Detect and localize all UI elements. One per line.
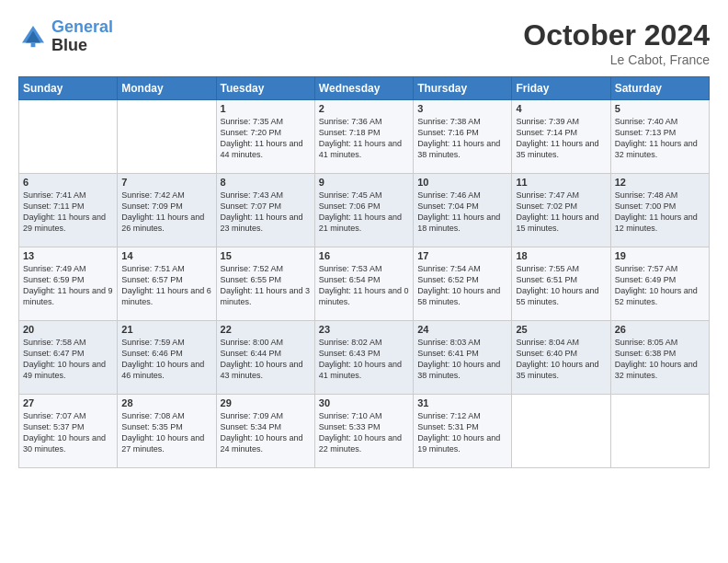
logo-text: General Blue xyxy=(51,18,113,55)
day-info: Sunrise: 7:35 AM Sunset: 7:20 PM Dayligh… xyxy=(221,116,311,161)
calendar-cell: 31Sunrise: 7:12 AM Sunset: 5:31 PM Dayli… xyxy=(414,395,512,468)
day-info: Sunrise: 7:09 AM Sunset: 5:34 PM Dayligh… xyxy=(221,410,311,455)
day-info: Sunrise: 7:10 AM Sunset: 5:33 PM Dayligh… xyxy=(319,410,409,455)
calendar-cell: 28Sunrise: 7:08 AM Sunset: 5:35 PM Dayli… xyxy=(118,395,216,468)
day-number: 26 xyxy=(615,324,705,335)
calendar-cell xyxy=(19,100,118,174)
day-number: 5 xyxy=(615,103,705,114)
weekday-header: Saturday xyxy=(610,77,709,100)
day-number: 29 xyxy=(221,397,311,408)
calendar-cell: 5Sunrise: 7:40 AM Sunset: 7:13 PM Daylig… xyxy=(610,100,709,174)
calendar-cell: 29Sunrise: 7:09 AM Sunset: 5:34 PM Dayli… xyxy=(216,395,314,468)
calendar-cell: 12Sunrise: 7:48 AM Sunset: 7:00 PM Dayli… xyxy=(610,174,709,247)
day-number: 22 xyxy=(221,324,311,335)
header: General Blue October 2024 Le Cabot, Fran… xyxy=(18,18,710,67)
day-number: 27 xyxy=(23,397,113,408)
day-info: Sunrise: 7:48 AM Sunset: 7:00 PM Dayligh… xyxy=(615,190,705,235)
calendar-cell: 20Sunrise: 7:58 AM Sunset: 6:47 PM Dayli… xyxy=(19,321,118,395)
day-info: Sunrise: 8:02 AM Sunset: 6:43 PM Dayligh… xyxy=(319,337,409,382)
day-number: 19 xyxy=(615,250,705,261)
calendar-week-row: 27Sunrise: 7:07 AM Sunset: 5:37 PM Dayli… xyxy=(19,395,710,468)
calendar-cell: 16Sunrise: 7:53 AM Sunset: 6:54 PM Dayli… xyxy=(314,247,413,321)
day-number: 18 xyxy=(516,250,606,261)
calendar-cell xyxy=(512,395,610,468)
day-number: 20 xyxy=(23,324,113,335)
day-number: 1 xyxy=(221,103,311,114)
day-info: Sunrise: 8:00 AM Sunset: 6:44 PM Dayligh… xyxy=(221,337,311,382)
day-info: Sunrise: 7:07 AM Sunset: 5:37 PM Dayligh… xyxy=(23,410,113,455)
calendar-cell: 15Sunrise: 7:52 AM Sunset: 6:55 PM Dayli… xyxy=(216,247,314,321)
weekday-header: Thursday xyxy=(414,77,512,100)
day-info: Sunrise: 7:41 AM Sunset: 7:11 PM Dayligh… xyxy=(23,190,113,235)
day-info: Sunrise: 7:49 AM Sunset: 6:59 PM Dayligh… xyxy=(23,263,113,308)
calendar-week-row: 6Sunrise: 7:41 AM Sunset: 7:11 PM Daylig… xyxy=(19,174,710,247)
calendar-cell: 30Sunrise: 7:10 AM Sunset: 5:33 PM Dayli… xyxy=(314,395,413,468)
location: Le Cabot, France xyxy=(523,52,710,67)
day-info: Sunrise: 7:55 AM Sunset: 6:51 PM Dayligh… xyxy=(516,263,606,308)
day-number: 24 xyxy=(417,324,507,335)
calendar-cell: 11Sunrise: 7:47 AM Sunset: 7:02 PM Dayli… xyxy=(512,174,610,247)
day-number: 12 xyxy=(615,177,705,188)
calendar-cell: 10Sunrise: 7:46 AM Sunset: 7:04 PM Dayli… xyxy=(414,174,512,247)
calendar-cell: 14Sunrise: 7:51 AM Sunset: 6:57 PM Dayli… xyxy=(118,247,216,321)
calendar-cell: 9Sunrise: 7:45 AM Sunset: 7:06 PM Daylig… xyxy=(314,174,413,247)
calendar: SundayMondayTuesdayWednesdayThursdayFrid… xyxy=(18,76,710,468)
calendar-cell: 22Sunrise: 8:00 AM Sunset: 6:44 PM Dayli… xyxy=(216,321,314,395)
day-number: 16 xyxy=(319,250,409,261)
day-info: Sunrise: 7:46 AM Sunset: 7:04 PM Dayligh… xyxy=(417,190,507,235)
day-info: Sunrise: 7:39 AM Sunset: 7:14 PM Dayligh… xyxy=(516,116,606,161)
day-info: Sunrise: 7:08 AM Sunset: 5:35 PM Dayligh… xyxy=(121,410,211,455)
calendar-week-row: 20Sunrise: 7:58 AM Sunset: 6:47 PM Dayli… xyxy=(19,321,710,395)
calendar-cell: 24Sunrise: 8:03 AM Sunset: 6:41 PM Dayli… xyxy=(414,321,512,395)
month-title: October 2024 xyxy=(523,18,710,52)
day-info: Sunrise: 8:05 AM Sunset: 6:38 PM Dayligh… xyxy=(615,337,705,382)
calendar-cell: 19Sunrise: 7:57 AM Sunset: 6:49 PM Dayli… xyxy=(610,247,709,321)
calendar-cell: 8Sunrise: 7:43 AM Sunset: 7:07 PM Daylig… xyxy=(216,174,314,247)
day-info: Sunrise: 7:38 AM Sunset: 7:16 PM Dayligh… xyxy=(417,116,507,161)
day-info: Sunrise: 7:57 AM Sunset: 6:49 PM Dayligh… xyxy=(615,263,705,308)
day-number: 7 xyxy=(121,177,211,188)
day-info: Sunrise: 8:04 AM Sunset: 6:40 PM Dayligh… xyxy=(516,337,606,382)
calendar-cell: 21Sunrise: 7:59 AM Sunset: 6:46 PM Dayli… xyxy=(118,321,216,395)
logo-icon xyxy=(18,22,48,52)
day-info: Sunrise: 7:42 AM Sunset: 7:09 PM Dayligh… xyxy=(121,190,211,235)
calendar-cell: 25Sunrise: 8:04 AM Sunset: 6:40 PM Dayli… xyxy=(512,321,610,395)
calendar-header-row: SundayMondayTuesdayWednesdayThursdayFrid… xyxy=(19,77,710,100)
title-block: October 2024 Le Cabot, France xyxy=(523,18,710,67)
svg-rect-2 xyxy=(31,42,36,47)
day-number: 2 xyxy=(319,103,409,114)
day-info: Sunrise: 7:45 AM Sunset: 7:06 PM Dayligh… xyxy=(319,190,409,235)
day-number: 30 xyxy=(319,397,409,408)
day-number: 13 xyxy=(23,250,113,261)
day-info: Sunrise: 7:47 AM Sunset: 7:02 PM Dayligh… xyxy=(516,190,606,235)
day-info: Sunrise: 8:03 AM Sunset: 6:41 PM Dayligh… xyxy=(417,337,507,382)
calendar-cell xyxy=(118,100,216,174)
calendar-cell: 26Sunrise: 8:05 AM Sunset: 6:38 PM Dayli… xyxy=(610,321,709,395)
calendar-week-row: 1Sunrise: 7:35 AM Sunset: 7:20 PM Daylig… xyxy=(19,100,710,174)
calendar-cell: 17Sunrise: 7:54 AM Sunset: 6:52 PM Dayli… xyxy=(414,247,512,321)
day-number: 3 xyxy=(417,103,507,114)
day-number: 14 xyxy=(121,250,211,261)
day-number: 6 xyxy=(23,177,113,188)
weekday-header: Friday xyxy=(512,77,610,100)
logo: General Blue xyxy=(18,18,113,55)
day-info: Sunrise: 7:36 AM Sunset: 7:18 PM Dayligh… xyxy=(319,116,409,161)
weekday-header: Wednesday xyxy=(314,77,413,100)
calendar-cell: 6Sunrise: 7:41 AM Sunset: 7:11 PM Daylig… xyxy=(19,174,118,247)
day-info: Sunrise: 7:53 AM Sunset: 6:54 PM Dayligh… xyxy=(319,263,409,308)
day-info: Sunrise: 7:54 AM Sunset: 6:52 PM Dayligh… xyxy=(417,263,507,308)
day-number: 28 xyxy=(121,397,211,408)
day-number: 4 xyxy=(516,103,606,114)
day-number: 10 xyxy=(417,177,507,188)
day-number: 21 xyxy=(121,324,211,335)
calendar-cell: 4Sunrise: 7:39 AM Sunset: 7:14 PM Daylig… xyxy=(512,100,610,174)
day-number: 11 xyxy=(516,177,606,188)
calendar-cell: 3Sunrise: 7:38 AM Sunset: 7:16 PM Daylig… xyxy=(414,100,512,174)
day-info: Sunrise: 7:51 AM Sunset: 6:57 PM Dayligh… xyxy=(121,263,211,308)
day-info: Sunrise: 7:52 AM Sunset: 6:55 PM Dayligh… xyxy=(221,263,311,308)
day-info: Sunrise: 7:58 AM Sunset: 6:47 PM Dayligh… xyxy=(23,337,113,382)
day-number: 25 xyxy=(516,324,606,335)
page: General Blue October 2024 Le Cabot, Fran… xyxy=(0,0,728,563)
day-number: 8 xyxy=(221,177,311,188)
calendar-cell: 13Sunrise: 7:49 AM Sunset: 6:59 PM Dayli… xyxy=(19,247,118,321)
